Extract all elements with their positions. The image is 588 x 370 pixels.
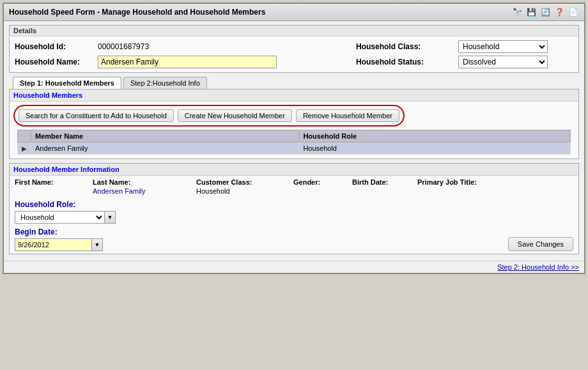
binoculars-icon[interactable]: 🔭 [511,6,523,18]
create-household-member-button[interactable]: Create New Household Member [178,109,292,122]
household-members-section: Household Members Search for a Constitue… [9,89,579,159]
member-info-title: Household Member Information [10,164,578,176]
household-members-title: Household Members [10,89,578,102]
household-role-select-container: Household ▼ [15,211,116,224]
save-icon[interactable]: 💾 [525,6,537,18]
step2-link[interactable]: Step 2: Household Info >> [497,263,579,271]
col-household-role: Household Role [299,130,571,143]
refresh-icon[interactable]: 🔄 [539,6,551,18]
main-window: Household Speed Form - Manage Household … [3,3,585,274]
member-info-section: Household Member Information First Name:… [9,163,579,254]
table-header-row: Member Name Household Role [18,130,571,143]
main-content: Details Household Id: 000001687973 House… [4,21,584,261]
household-status-field: Dissolved [458,56,573,68]
first-name-header: First Name: [15,178,91,186]
footer-bar: Step 2: Household Info >> [4,261,584,273]
col-arrow [18,130,31,143]
last-name-header: Last Name: [93,178,195,186]
action-button-group: Search for a Constituent to Add to House… [13,105,405,127]
row-arrow: ▶ [18,143,31,155]
household-id-label: Household Id: [15,42,91,51]
household-name-input[interactable] [98,56,277,68]
toolbar-icons: 🔭 💾 🔄 ❓ 📄 [511,6,579,18]
job-title-header: Primary Job Title: [417,178,573,186]
members-table-container: Member Name Household Role ▶ Andersen Fa… [10,130,578,158]
household-class-select[interactable]: Household [458,40,548,53]
row-member-name: Andersen Family [31,143,299,155]
household-status-label: Household Status: [356,58,452,66]
gender-value [293,187,351,195]
members-table: Member Name Household Role ▶ Andersen Fa… [17,130,571,155]
customer-class-header: Customer Class: [196,178,292,186]
tab-household-members[interactable]: Step 1: Household Members [13,77,121,89]
household-role-label: Household Role: [15,200,116,209]
job-title-value [417,187,573,195]
document-icon[interactable]: 📄 [568,6,579,18]
remove-household-member-button[interactable]: Remove Household Member [296,109,399,122]
title-bar: Household Speed Form - Manage Household … [4,4,584,21]
birth-date-header: Birth Date: [352,178,416,186]
tab-household-info[interactable]: Step 2:Household Info [123,77,207,89]
col-member-name: Member Name [31,130,299,143]
details-grid: Household Id: 000001687973 Household Cla… [10,36,578,72]
row-household-role: Household [299,143,571,155]
details-section: Details Household Id: 000001687973 House… [9,25,579,73]
table-row[interactable]: ▶ Andersen Family Household [18,143,571,155]
tab-bar: Step 1: Household Members Step 2:Househo… [9,77,579,89]
search-constituent-button[interactable]: Search for a Constituent to Add to House… [19,109,174,122]
birth-date-value [352,187,416,195]
begin-date-calendar-btn[interactable]: ▼ [91,238,103,251]
details-title: Details [10,26,578,36]
household-name-label: Household Name: [15,58,91,66]
help-icon[interactable]: ❓ [553,6,565,18]
household-role-dropdown-btn[interactable]: ▼ [104,211,116,224]
household-class-label: Household Class: [356,42,452,51]
begin-date-field: Begin Date: ▼ [15,227,116,251]
begin-date-label: Begin Date: [15,227,116,236]
household-status-select[interactable]: Dissolved [458,56,548,68]
save-button-container: Save Changes [128,200,573,251]
gender-header: Gender: [293,178,351,186]
save-changes-button[interactable]: Save Changes [508,237,573,251]
left-bottom-fields: Household Role: Household ▼ Begin Date: [15,200,116,251]
household-class-field: Household [458,40,573,53]
begin-date-input[interactable] [15,238,91,251]
household-role-field: Household Role: Household ▼ [15,200,116,224]
last-name-value: Andersen Family [93,187,195,195]
customer-class-value: Household [196,187,292,195]
member-info-grid: First Name: Last Name: Customer Class: G… [10,176,578,197]
household-role-select[interactable]: Household [15,211,104,224]
bottom-section: Household Role: Household ▼ Begin Date: [10,197,578,254]
begin-date-input-container: ▼ [15,238,116,251]
household-id-value: 000001687973 [98,42,350,51]
window-title: Household Speed Form - Manage Household … [9,8,265,17]
first-name-value [15,187,91,195]
